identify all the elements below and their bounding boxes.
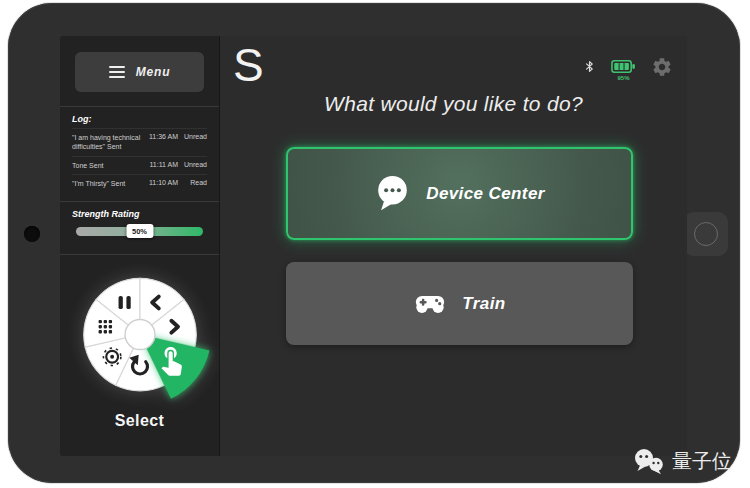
sidebar: Menu Log: "I am having technical difficu… [60,36,220,456]
settings-gear-icon [651,56,673,78]
log-time: 11:36 AM [146,133,178,140]
strength-rating-label: Strength Rating [72,209,207,219]
home-button-ring [694,222,718,246]
camera-dot [24,226,40,242]
log-status: Unread [182,133,207,140]
battery-indicator: 95% [611,59,636,81]
status-bar: 95% [583,58,673,82]
log-time: 11:10 AM [146,179,178,186]
log-entry[interactable]: Tone Sent 11:11 AM Unread [72,156,207,174]
device-center-label: Device Center [426,184,545,204]
train-label: Train [462,294,505,314]
page: Menu Log: "I am having technical difficu… [0,0,750,488]
log-title: Log: [72,114,207,124]
app-screen: Menu Log: "I am having technical difficu… [60,36,687,456]
bluetooth-icon [583,58,596,75]
app-logo: S [233,38,264,92]
grid-icon [98,320,112,334]
log-status: Read [182,179,207,186]
menu-button-label: Menu [136,65,171,79]
log-entry[interactable]: "I am having technical difficulties" Sen… [72,128,207,156]
page-title: What would you like to do? [220,92,687,116]
chat-bubble-icon [374,174,411,214]
log-time: 11:11 AM [146,161,178,168]
train-button[interactable]: Train [286,262,633,345]
control-wheel-section: Select [60,254,219,456]
tablet-frame: Menu Log: "I am having technical difficu… [8,3,740,483]
main-panel: S 95% [220,36,687,456]
strength-slider-value[interactable]: 50% [126,224,153,238]
device-center-button[interactable]: Device Center [286,147,633,240]
battery-percent-label: 95% [617,75,629,81]
watermark-text: 量子位 [672,448,732,475]
wechat-icon [633,448,665,475]
game-controller-icon [413,292,447,315]
home-button[interactable] [684,212,728,256]
wheel-hub [125,319,155,349]
watermark: 量子位 [633,448,732,475]
log-message: Tone Sent [72,161,142,170]
wheel-selected-label: Select [115,412,165,430]
log-message: "I am having technical difficulties" Sen… [72,133,142,152]
hamburger-icon [109,66,125,79]
log-section: Log: "I am having technical difficulties… [60,106,219,201]
strength-section: Strength Rating 50% [60,201,219,254]
log-message: "I'm Thirsty" Sent [72,179,142,188]
log-status: Unread [182,161,207,168]
battery-icon [611,59,636,74]
control-wheel [65,267,215,404]
menu-button[interactable]: Menu [75,52,204,92]
log-entry[interactable]: "I'm Thirsty" Sent 11:10 AM Read [72,174,207,192]
settings-button[interactable] [651,56,673,82]
strength-slider[interactable]: 50% [76,227,203,236]
